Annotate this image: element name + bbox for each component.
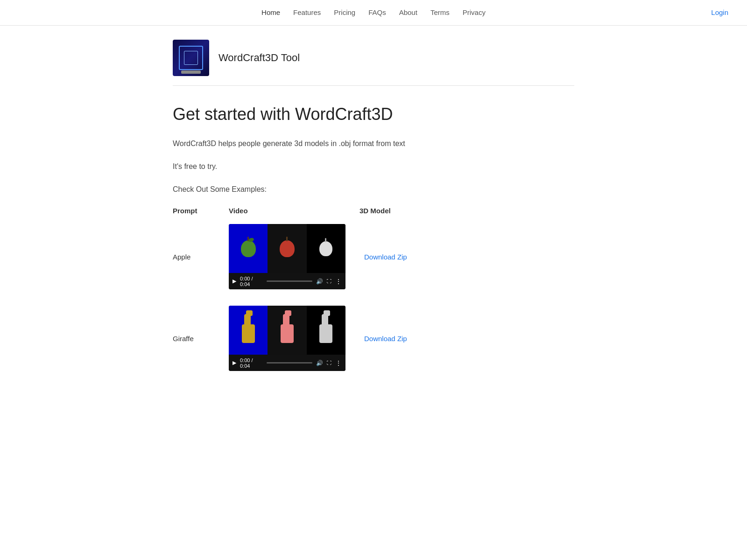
video-panel-left-giraffe: [229, 306, 268, 355]
video-scene-giraffe: [229, 306, 345, 355]
fullscreen-icon-apple[interactable]: ⛶: [327, 279, 331, 284]
giraffe-pink-body: [281, 324, 294, 343]
video-player-giraffe[interactable]: ▶ 0:00 / 0:04 🔊 ⛶ ⋮: [229, 306, 345, 371]
table-row: Giraffe: [173, 306, 574, 371]
download-link-apple[interactable]: Download Zip: [364, 253, 407, 261]
video-panel-right-apple: [307, 224, 345, 273]
examples-label: Check Out Some Examples:: [173, 184, 574, 195]
play-button-giraffe[interactable]: ▶: [233, 360, 236, 366]
play-button-apple[interactable]: ▶: [233, 278, 236, 284]
video-panel-right-giraffe: [307, 306, 345, 355]
free-text: It's free to try.: [173, 161, 574, 172]
nav-link-about[interactable]: About: [399, 8, 417, 16]
page-content: Get started with WordCraft3D WordCraft3D…: [173, 105, 574, 371]
nav-link-faqs[interactable]: FAQs: [368, 8, 386, 16]
giraffe-body: [242, 324, 255, 343]
more-icon-apple[interactable]: ⋮: [335, 278, 342, 285]
table-row: Apple: [173, 224, 574, 289]
time-display-giraffe: 0:00 / 0:04: [240, 357, 263, 369]
video-player-apple[interactable]: ▶ 0:00 / 0:04 🔊 ⛶ ⋮: [229, 224, 345, 289]
app-title: WordCraft3D Tool: [218, 52, 300, 64]
apple-red-icon: [280, 240, 295, 257]
prompt-giraffe: Giraffe: [173, 335, 229, 343]
apple-white-icon: [319, 241, 332, 256]
video-panel-left-apple: [229, 224, 268, 273]
fullscreen-icon-giraffe[interactable]: ⛶: [327, 360, 331, 365]
page-description: WordCraft3D helps people generate 3d mod…: [173, 138, 574, 149]
video-panel-middle-giraffe: [268, 306, 306, 355]
examples-table: Prompt Video 3D Model Apple: [173, 207, 574, 371]
giraffe-white-icon: [317, 314, 335, 347]
nav-item-faqs[interactable]: FAQs: [368, 8, 386, 17]
logo-machine-icon: [179, 46, 203, 70]
nav-item-features[interactable]: Features: [293, 8, 321, 17]
login-container: Login: [711, 8, 728, 17]
nav-link-features[interactable]: Features: [293, 8, 321, 16]
nav-link-pricing[interactable]: Pricing: [334, 8, 355, 16]
download-link-giraffe[interactable]: Download Zip: [364, 335, 407, 343]
video-panel-middle-apple: [268, 224, 306, 273]
nav-link-privacy[interactable]: Privacy: [463, 8, 486, 16]
giraffe-pink-icon: [278, 314, 296, 347]
nav-item-pricing[interactable]: Pricing: [334, 8, 355, 17]
nav-item-privacy[interactable]: Privacy: [463, 8, 486, 17]
video-giraffe: ▶ 0:00 / 0:04 🔊 ⛶ ⋮: [229, 306, 350, 371]
nav-links: Home Features Pricing FAQs About Terms P…: [261, 8, 486, 17]
giraffe-real-icon: [240, 314, 257, 347]
prompt-apple: Apple: [173, 253, 229, 261]
progress-bar-giraffe[interactable]: [267, 362, 312, 364]
video-scene-apple: [229, 224, 345, 273]
app-logo: [173, 40, 209, 76]
table-header: Prompt Video 3D Model: [173, 207, 574, 219]
col-header-model: 3D Model: [359, 207, 391, 215]
more-icon-giraffe[interactable]: ⋮: [335, 359, 342, 367]
page-heading: Get started with WordCraft3D: [173, 105, 574, 124]
main-container: WordCraft3D Tool Get started with WordCr…: [163, 26, 584, 401]
apple-green-icon: [241, 240, 256, 257]
nav-item-about[interactable]: About: [399, 8, 417, 17]
nav-link-terms[interactable]: Terms: [430, 8, 450, 16]
navigation: Home Features Pricing FAQs About Terms P…: [0, 0, 747, 26]
nav-item-home[interactable]: Home: [261, 8, 280, 17]
model-giraffe: Download Zip: [350, 335, 407, 343]
app-header: WordCraft3D Tool: [173, 40, 574, 86]
video-controls-apple: ▶ 0:00 / 0:04 🔊 ⛶ ⋮: [229, 273, 345, 289]
progress-bar-apple[interactable]: [267, 280, 312, 282]
nav-item-terms[interactable]: Terms: [430, 8, 450, 17]
nav-link-home[interactable]: Home: [261, 8, 280, 16]
col-header-video: Video: [229, 207, 359, 215]
video-controls-giraffe: ▶ 0:00 / 0:04 🔊 ⛶ ⋮: [229, 355, 345, 371]
giraffe-white-body: [319, 324, 332, 343]
video-apple: ▶ 0:00 / 0:04 🔊 ⛶ ⋮: [229, 224, 350, 289]
model-apple: Download Zip: [350, 253, 407, 261]
col-header-prompt: Prompt: [173, 207, 229, 215]
time-display-apple: 0:00 / 0:04: [240, 276, 263, 287]
volume-icon-giraffe[interactable]: 🔊: [316, 360, 323, 366]
login-link[interactable]: Login: [711, 8, 728, 16]
volume-icon-apple[interactable]: 🔊: [316, 278, 323, 285]
